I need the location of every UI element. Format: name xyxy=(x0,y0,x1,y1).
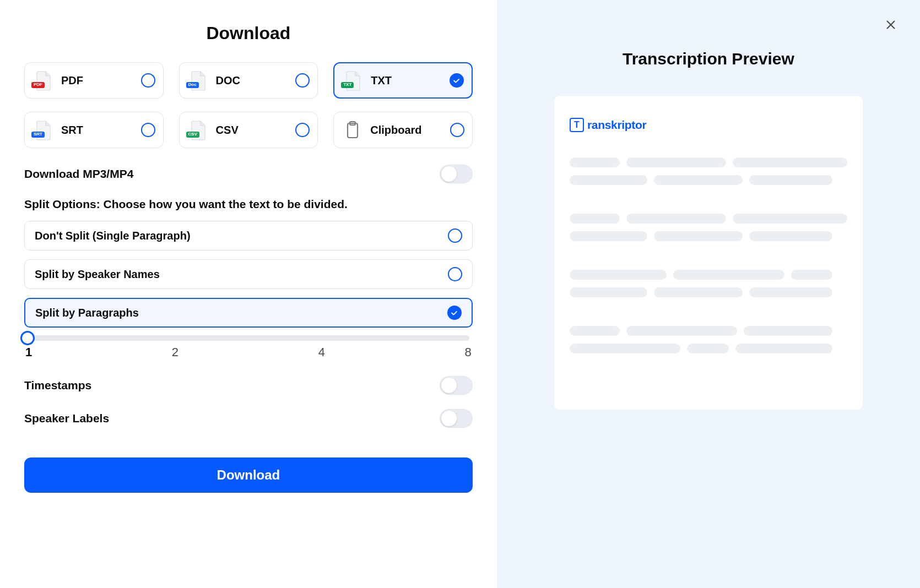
slider-tick: 8 xyxy=(465,345,472,360)
format-label: Clipboard xyxy=(370,124,443,137)
close-button[interactable] xyxy=(883,17,899,33)
download-media-row: Download MP3/MP4 xyxy=(24,165,473,183)
skeleton-paragraph xyxy=(570,157,847,185)
slider-tick: 4 xyxy=(318,345,325,360)
format-option-txt[interactable]: TXT TXT xyxy=(333,62,473,99)
paragraph-slider: 1 2 4 8 xyxy=(24,335,473,360)
format-option-srt[interactable]: SRT SRT xyxy=(24,112,164,148)
split-option-no-split[interactable]: Don't Split (Single Paragraph) xyxy=(24,221,473,251)
download-media-toggle[interactable] xyxy=(440,165,473,183)
download-media-label: Download MP3/MP4 xyxy=(24,167,133,181)
srt-file-icon: SRT xyxy=(33,119,55,141)
radio-unchecked-icon xyxy=(295,73,310,88)
brand-logo: T ranskriptor xyxy=(570,118,847,132)
csv-file-icon: CSV xyxy=(187,119,209,141)
radio-unchecked-icon xyxy=(448,228,462,243)
skeleton-paragraph xyxy=(570,270,847,297)
clipboard-icon xyxy=(342,119,364,141)
pdf-file-icon: PDF xyxy=(33,69,55,91)
download-button[interactable]: Download xyxy=(24,458,473,493)
slider-track[interactable] xyxy=(28,335,469,341)
slider-handle[interactable] xyxy=(20,331,35,345)
page-title: Download xyxy=(24,23,473,43)
timestamps-label: Timestamps xyxy=(24,379,91,392)
format-grid: PDF PDF Doc DOC TXT TXT xyxy=(24,62,473,148)
split-options: Don't Split (Single Paragraph) Split by … xyxy=(24,221,473,328)
radio-checked-icon xyxy=(450,73,464,88)
slider-tick: 2 xyxy=(172,345,178,360)
split-option-paragraphs[interactable]: Split by Paragraphs xyxy=(24,298,473,328)
radio-unchecked-icon xyxy=(448,267,462,281)
doc-file-icon: Doc xyxy=(187,69,209,91)
split-option-speaker[interactable]: Split by Speaker Names xyxy=(24,259,473,289)
preview-panel: Transcription Preview T ranskriptor xyxy=(497,0,920,588)
slider-tick: 1 xyxy=(25,345,32,360)
radio-unchecked-icon xyxy=(141,123,155,137)
format-label: CSV xyxy=(216,124,289,137)
download-panel: Download PDF PDF Doc DOC TXT TX xyxy=(0,0,497,588)
close-icon xyxy=(885,19,897,31)
format-option-clipboard[interactable]: Clipboard xyxy=(333,112,473,148)
timestamps-toggle[interactable] xyxy=(440,376,473,395)
brand-text: ranskriptor xyxy=(587,118,647,132)
radio-unchecked-icon xyxy=(450,123,464,137)
preview-card: T ranskriptor xyxy=(554,96,863,410)
slider-ticks: 1 2 4 8 xyxy=(24,345,473,360)
format-option-doc[interactable]: Doc DOC xyxy=(179,62,318,99)
format-label: PDF xyxy=(61,74,134,87)
skeleton-paragraph xyxy=(570,214,847,241)
split-section-label: Split Options: Choose how you want the t… xyxy=(24,198,473,211)
txt-file-icon: TXT xyxy=(342,69,364,91)
format-label: DOC xyxy=(216,74,289,87)
preview-title: Transcription Preview xyxy=(623,50,794,68)
format-option-pdf[interactable]: PDF PDF xyxy=(24,62,164,99)
radio-unchecked-icon xyxy=(295,123,310,137)
skeleton-paragraph xyxy=(570,326,847,353)
format-label: TXT xyxy=(371,74,443,87)
speaker-labels-toggle[interactable] xyxy=(440,409,473,428)
speaker-labels-label: Speaker Labels xyxy=(24,412,109,425)
timestamps-row: Timestamps xyxy=(24,376,473,395)
brand-mark-icon: T xyxy=(570,118,584,132)
format-label: SRT xyxy=(61,124,134,137)
format-option-csv[interactable]: CSV CSV xyxy=(179,112,318,148)
radio-checked-icon xyxy=(447,306,462,320)
speaker-labels-row: Speaker Labels xyxy=(24,409,473,428)
radio-unchecked-icon xyxy=(141,73,155,88)
